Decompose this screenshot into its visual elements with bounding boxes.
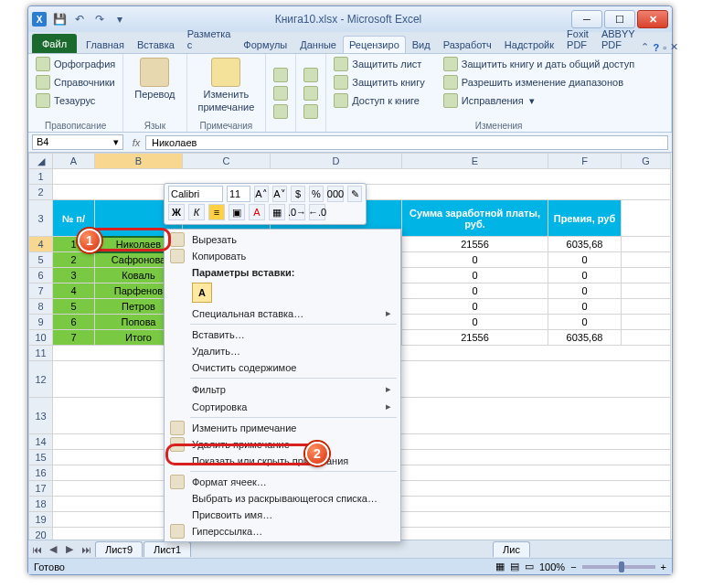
close-button[interactable]: ✕ bbox=[637, 10, 668, 28]
tab-formulas[interactable]: Формулы bbox=[237, 36, 293, 53]
mini-size-select[interactable] bbox=[227, 186, 250, 202]
cell[interactable]: 2 bbox=[53, 252, 95, 268]
tab-review[interactable]: Рецензиро bbox=[343, 36, 406, 53]
sheet-tab[interactable]: Лист1 bbox=[144, 541, 191, 557]
tab-foxit[interactable]: Foxit PDF bbox=[560, 25, 595, 53]
row-header[interactable]: 8 bbox=[29, 299, 53, 315]
italic-icon[interactable]: К bbox=[188, 204, 205, 220]
comment-next-button[interactable] bbox=[271, 103, 290, 120]
row-header[interactable]: 7 bbox=[29, 283, 53, 299]
col-header-e[interactable]: E bbox=[402, 154, 548, 169]
share-book-button[interactable]: Доступ к книге bbox=[332, 92, 427, 109]
cell[interactable]: 6035,68 bbox=[548, 237, 622, 252]
row-header[interactable]: 12 bbox=[29, 361, 53, 398]
fx-icon[interactable]: fx bbox=[127, 137, 145, 148]
minimize-ribbon-icon[interactable]: ⌃ bbox=[641, 41, 649, 53]
paste-option-a[interactable]: A bbox=[192, 283, 212, 303]
sheet-tab[interactable]: Лис bbox=[493, 541, 530, 557]
cell[interactable]: 5 bbox=[53, 299, 95, 315]
sheet-nav-first[interactable]: ⏮ bbox=[28, 544, 45, 555]
row-header[interactable]: 19 bbox=[29, 512, 53, 528]
protect-share-button[interactable]: Защитить книгу и дать общий доступ bbox=[441, 56, 636, 72]
cell[interactable]: 21556 bbox=[402, 330, 548, 346]
increase-decimal-icon[interactable]: .0→ bbox=[289, 204, 305, 220]
row-header[interactable]: 16 bbox=[29, 465, 53, 481]
row-header[interactable]: 11 bbox=[29, 346, 53, 361]
sheet-nav-last[interactable]: ⏭ bbox=[78, 544, 94, 555]
col-header-d[interactable]: D bbox=[271, 154, 402, 169]
cell[interactable]: 0 bbox=[402, 252, 548, 268]
bold-icon[interactable]: Ж bbox=[168, 204, 185, 220]
format-painter-icon[interactable]: ✎ bbox=[347, 186, 362, 202]
cell[interactable]: 6 bbox=[53, 315, 95, 330]
grow-font-icon[interactable]: A˄ bbox=[254, 186, 269, 202]
tab-file[interactable]: Файл bbox=[32, 34, 77, 53]
row-header[interactable]: 6 bbox=[29, 268, 53, 283]
research-button[interactable]: Справочники bbox=[34, 74, 117, 91]
translate-button[interactable]: Перевод bbox=[129, 56, 180, 102]
tab-abbyy[interactable]: ABBYY PDF bbox=[595, 25, 642, 53]
ctx-clear[interactable]: Очистить содержимое bbox=[166, 359, 399, 376]
ctx-pick-from-list[interactable]: Выбрать из раскрывающегося списка… bbox=[166, 490, 399, 507]
ctx-format-cells[interactable]: Формат ячеек… bbox=[166, 474, 399, 490]
tab-addins[interactable]: Надстройк bbox=[498, 36, 560, 53]
zoom-in-button[interactable]: + bbox=[661, 561, 666, 572]
ctx-showhide-comment[interactable]: Показать или скрыть примечания bbox=[166, 453, 399, 469]
borders-icon[interactable]: ▦ bbox=[269, 204, 285, 220]
view-break-icon[interactable]: ▭ bbox=[525, 561, 534, 572]
col-header-a[interactable]: A bbox=[53, 154, 95, 169]
qat-dropdown-icon[interactable]: ▾ bbox=[112, 12, 127, 27]
ctx-filter[interactable]: Фильтр▸ bbox=[166, 380, 399, 398]
row-header[interactable]: 10 bbox=[29, 330, 53, 346]
zoom-label[interactable]: 100% bbox=[539, 561, 565, 572]
ctx-insert[interactable]: Вставить… bbox=[166, 326, 399, 343]
zoom-out-button[interactable]: − bbox=[570, 561, 576, 572]
row-header[interactable]: 2 bbox=[29, 185, 53, 200]
mdi-close-icon[interactable]: ✕ bbox=[670, 41, 678, 53]
ctx-define-name[interactable]: Присвоить имя… bbox=[166, 507, 399, 523]
cell[interactable]: 0 bbox=[402, 268, 548, 283]
tab-home[interactable]: Главная bbox=[80, 36, 131, 53]
cell[interactable]: 0 bbox=[548, 252, 622, 268]
ctx-hyperlink[interactable]: Гиперссылка… bbox=[166, 523, 399, 540]
cell[interactable]: 3 bbox=[53, 268, 95, 283]
comment-prev-button[interactable] bbox=[271, 85, 290, 102]
redo-icon[interactable]: ↷ bbox=[92, 12, 107, 27]
cell[interactable]: 0 bbox=[402, 315, 548, 330]
mdi-restore-icon[interactable]: ▫ bbox=[663, 42, 666, 53]
cell[interactable]: 4 bbox=[53, 283, 95, 299]
view-layout-icon[interactable]: ▤ bbox=[510, 561, 519, 572]
zoom-slider[interactable] bbox=[582, 565, 655, 569]
row-header[interactable]: 14 bbox=[29, 434, 53, 450]
thesaurus-button[interactable]: Тезаурус bbox=[34, 92, 117, 109]
tab-view[interactable]: Вид bbox=[406, 36, 437, 53]
save-icon[interactable]: 💾 bbox=[52, 12, 67, 27]
show-ink-button[interactable] bbox=[302, 103, 320, 120]
show-all-comments-button[interactable] bbox=[302, 85, 320, 102]
select-all-button[interactable]: ◢ bbox=[29, 154, 53, 169]
help-icon[interactable]: ? bbox=[653, 42, 659, 53]
cell[interactable]: 21556 bbox=[402, 237, 548, 252]
mini-font-select[interactable] bbox=[168, 186, 223, 202]
ctx-cut[interactable]: Вырезать bbox=[166, 231, 399, 248]
allow-ranges-button[interactable]: Разрешить изменение диапазонов bbox=[441, 74, 636, 91]
cell[interactable]: 6035,68 bbox=[548, 330, 622, 346]
row-header[interactable]: 3 bbox=[29, 200, 53, 237]
row-header[interactable]: 9 bbox=[29, 315, 53, 330]
view-normal-icon[interactable]: ▦ bbox=[495, 561, 505, 572]
row-header[interactable]: 13 bbox=[29, 398, 53, 434]
align-center-icon[interactable]: ≡ bbox=[208, 204, 225, 220]
cell[interactable]: 0 bbox=[548, 283, 622, 299]
tab-layout[interactable]: Разметка с bbox=[181, 25, 238, 53]
row-header[interactable]: 5 bbox=[29, 252, 53, 268]
sheet-nav-next[interactable]: ▶ bbox=[61, 543, 78, 555]
cell[interactable]: 0 bbox=[548, 268, 622, 283]
cell[interactable]: 0 bbox=[548, 299, 622, 315]
row-header[interactable]: 1 bbox=[29, 169, 53, 185]
ctx-edit-comment[interactable]: Изменить примечание bbox=[166, 420, 399, 436]
row-header[interactable]: 17 bbox=[29, 481, 53, 497]
ctx-paste-special[interactable]: Специальная вставка…▸ bbox=[166, 305, 399, 322]
comma-format-icon[interactable]: 000 bbox=[327, 186, 344, 202]
row-header[interactable]: 18 bbox=[29, 497, 53, 512]
ctx-sort[interactable]: Сортировка▸ bbox=[166, 398, 399, 415]
